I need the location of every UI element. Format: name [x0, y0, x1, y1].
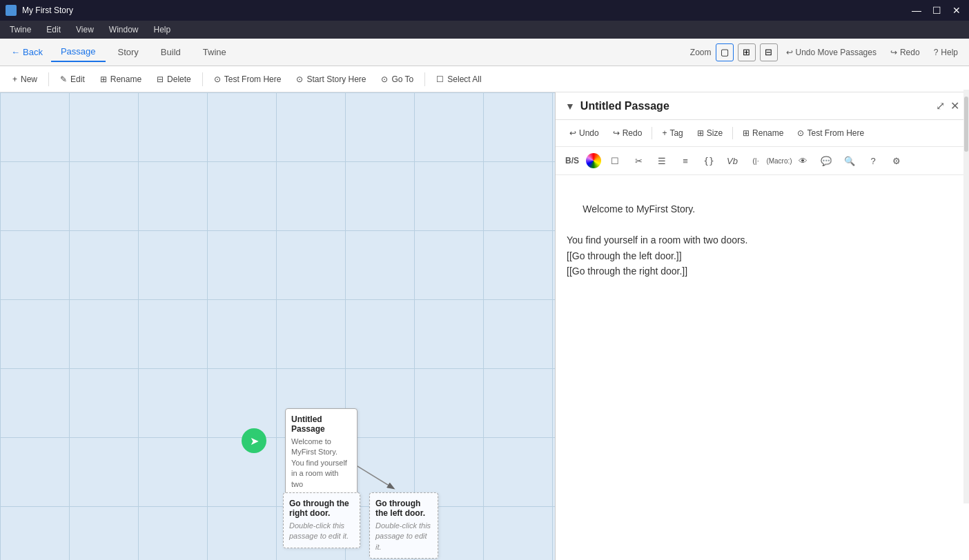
panel-close-button[interactable]: ✕	[950, 99, 959, 112]
scissors-button[interactable]: ✂	[629, 151, 648, 170]
panel-test-button[interactable]: ⊙ Test From Here	[792, 126, 870, 141]
hook-button[interactable]: (|·	[746, 151, 765, 170]
test-label: Test From Here	[224, 74, 282, 84]
zoom-large-button[interactable]: ⊟	[760, 43, 778, 61]
window-title: My First Story	[22, 6, 903, 15]
delete-label: Delete	[167, 74, 191, 84]
ordered-list-button[interactable]: ☰	[652, 151, 672, 170]
panel-rename-button[interactable]: ⊞ Rename	[737, 126, 789, 141]
edit-button[interactable]: ✎ Edit	[53, 71, 92, 88]
menu-help[interactable]: Help	[147, 23, 178, 37]
search-button[interactable]: 🔍	[840, 151, 859, 170]
close-button[interactable]: ✕	[950, 5, 963, 16]
panel-size-button[interactable]: ⊞ Size	[692, 126, 728, 141]
passage-arrows	[0, 92, 555, 560]
back-arrow-icon: ←	[11, 47, 20, 57]
panel-test-label: Test From Here	[807, 128, 864, 138]
select-icon: ☐	[436, 74, 444, 84]
menu-edit[interactable]: Edit	[39, 23, 68, 37]
edit-icon: ✎	[60, 74, 67, 84]
help-button[interactable]: ? Help	[928, 45, 963, 60]
menu-view[interactable]: View	[69, 23, 101, 37]
zoom-small-button[interactable]: ▢	[716, 43, 734, 61]
menubar: Twine Edit View Window Help	[0, 21, 969, 39]
comment-button[interactable]: 💬	[816, 151, 836, 170]
right-door-body: Double-click this passage to edit it.	[289, 521, 354, 542]
panel-undo-button[interactable]: ↩ Undo	[564, 126, 605, 141]
maximize-button[interactable]: ☐	[930, 5, 944, 16]
rename-button[interactable]: ⊞ Rename	[93, 71, 148, 88]
delete-icon: ⊟	[157, 74, 164, 84]
vertical-scrollbar[interactable]	[963, 90, 969, 503]
left-door-title: Go through the left door.	[375, 499, 432, 518]
right-door-passage-card[interactable]: Go through the right door. Double-click …	[283, 492, 360, 548]
select-label: Select All	[447, 74, 481, 84]
panel-expand-button[interactable]: ⤢	[936, 99, 945, 112]
goto-icon: ⊙	[381, 74, 388, 84]
menu-twine[interactable]: Twine	[3, 23, 38, 37]
redo-arrow-icon: ↪	[613, 128, 620, 138]
menu-window[interactable]: Window	[102, 23, 146, 37]
help-label: Help	[941, 48, 958, 57]
panel-toolbar-sep-1	[652, 127, 652, 139]
start-story-here-button[interactable]: ⊙ Start Story Here	[289, 71, 373, 88]
toolbar-separator-3	[424, 72, 425, 86]
tab-twine[interactable]: Twine	[193, 43, 236, 61]
minimize-button[interactable]: —	[909, 5, 924, 16]
panel-header: ▼ Untitled Passage ⤢ ✕	[556, 92, 969, 120]
test-from-here-button[interactable]: ⊙ Test From Here	[207, 71, 288, 88]
settings-button[interactable]: ⚙	[887, 151, 906, 170]
format-help-button[interactable]: ?	[863, 151, 883, 170]
color-picker-button[interactable]	[586, 153, 601, 168]
panel-toolbar: ↩ Undo ↪ Redo + Tag ⊞ Size ⊞ Rename	[556, 120, 969, 147]
panel-title: Untitled Passage	[580, 100, 930, 112]
macro-button[interactable]: (Macro:)	[770, 151, 789, 170]
goto-label: Go To	[391, 74, 413, 84]
panel-tag-button[interactable]: + Tag	[656, 126, 688, 141]
passage-editor[interactable]: Welcome to MyFirst Story. You find yours…	[556, 175, 969, 560]
preview-button[interactable]: 👁	[793, 151, 812, 170]
back-label: Back	[23, 47, 43, 57]
tab-build[interactable]: Build	[151, 43, 190, 61]
panel-rename-label: Rename	[752, 128, 783, 138]
new-button[interactable]: + New	[6, 71, 44, 88]
variable-button[interactable]: Vb	[723, 151, 742, 170]
start-label: Start Story Here	[306, 74, 366, 84]
tab-passage[interactable]: Passage	[51, 42, 106, 62]
redo-button[interactable]: ↪ Redo	[885, 45, 926, 60]
code-button[interactable]: {}	[699, 151, 718, 170]
panel-rename-icon: ⊞	[743, 128, 750, 138]
goto-button[interactable]: ⊙ Go To	[374, 71, 420, 88]
panel-collapse-button[interactable]: ▼	[565, 101, 575, 112]
select-all-button[interactable]: ☐ Select All	[429, 71, 488, 88]
editor-content[interactable]: Welcome to MyFirst Story. You find yours…	[567, 203, 748, 277]
right-door-title: Go through the right door.	[289, 499, 354, 518]
panel-redo-button[interactable]: ↪ Redo	[607, 126, 648, 141]
window-controls: — ☐ ✕	[909, 5, 963, 16]
new-label: New	[21, 74, 37, 84]
titlebar: My First Story — ☐ ✕	[0, 0, 969, 21]
navbar: ← Back Passage Story Build Twine Zoom ▢ …	[0, 39, 969, 66]
unordered-list-button[interactable]: ≡	[676, 151, 695, 170]
undo-move-button[interactable]: ↩ Undo Move Passages	[781, 45, 882, 60]
rename-icon: ⊞	[100, 74, 107, 84]
story-canvas[interactable]: ➤ Untitled Passage Welcome to MyFirst St…	[0, 92, 555, 560]
delete-button[interactable]: ⊟ Delete	[150, 71, 198, 88]
zoom-medium-button[interactable]: ⊞	[738, 43, 756, 61]
left-door-passage-card[interactable]: Go through the left door. Double-click t…	[369, 492, 438, 559]
main-passage-card[interactable]: Untitled Passage Welcome to MyFirst Stor…	[285, 408, 358, 496]
box-format-button[interactable]: ☐	[605, 151, 625, 170]
edit-label: Edit	[70, 74, 85, 84]
start-passage-icon: ➤	[242, 428, 266, 453]
panel-undo-label: Undo	[579, 128, 599, 138]
format-toolbar: B/S ☐ ✂ ☰ ≡ {} Vb (|· (Macro:) 👁 💬 🔍 ? ⚙	[556, 147, 969, 175]
help-icon: ?	[934, 48, 939, 57]
main-passage-body: Welcome to MyFirst Story. You find yours…	[291, 437, 351, 490]
bold-strikethrough-button[interactable]: B/S	[562, 151, 582, 170]
panel-toolbar-sep-2	[732, 127, 733, 139]
start-arrow-icon: ➤	[250, 434, 259, 448]
back-button[interactable]: ← Back	[6, 44, 48, 60]
scrollbar-thumb[interactable]	[964, 97, 968, 152]
tab-story[interactable]: Story	[108, 43, 148, 61]
main-content: ➤ Untitled Passage Welcome to MyFirst St…	[0, 92, 969, 560]
